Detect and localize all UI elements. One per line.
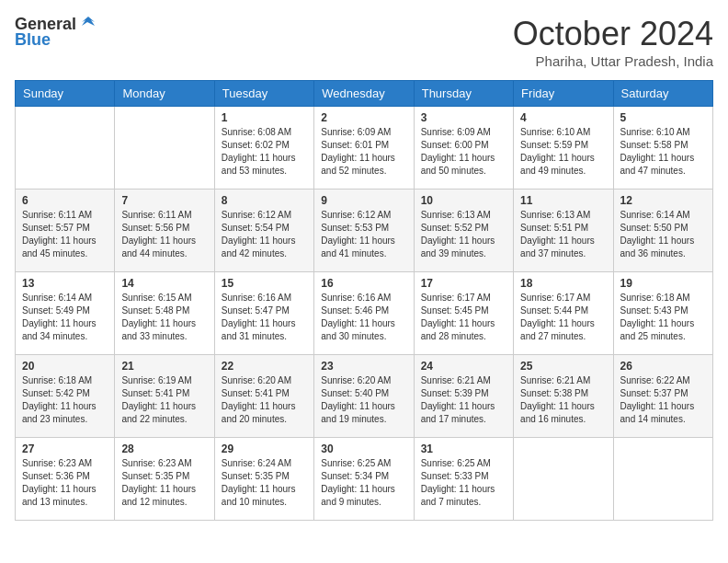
day-info: Sunrise: 6:14 AMSunset: 5:50 PMDaylight:… — [620, 209, 706, 260]
day-number: 14 — [121, 277, 207, 290]
calendar-cell: 5 Sunrise: 6:10 AMSunset: 5:58 PMDayligh… — [613, 107, 712, 190]
day-number: 24 — [421, 360, 506, 373]
day-number: 26 — [620, 360, 706, 373]
day-number: 25 — [520, 360, 606, 373]
day-info: Sunrise: 6:08 AMSunset: 6:02 PMDaylight:… — [222, 126, 307, 178]
day-info: Sunrise: 6:21 AMSunset: 5:39 PMDaylight:… — [421, 374, 506, 426]
day-info: Sunrise: 6:18 AMSunset: 5:42 PMDaylight:… — [22, 374, 108, 426]
calendar-cell: 29 Sunrise: 6:24 AMSunset: 5:35 PMDaylig… — [214, 438, 313, 521]
day-number: 23 — [321, 360, 406, 373]
calendar-header-monday: Monday — [115, 81, 214, 107]
calendar-cell: 4 Sunrise: 6:10 AMSunset: 5:59 PMDayligh… — [514, 107, 613, 190]
month-title: October 2024 — [513, 15, 713, 53]
day-number: 18 — [520, 277, 606, 290]
calendar-cell: 2 Sunrise: 6:09 AMSunset: 6:01 PMDayligh… — [314, 107, 414, 190]
page-header: General Blue October 2024 Phariha, Uttar… — [15, 15, 713, 69]
day-info: Sunrise: 6:15 AMSunset: 5:48 PMDaylight:… — [121, 292, 207, 343]
day-info: Sunrise: 6:10 AMSunset: 5:58 PMDaylight:… — [620, 126, 706, 178]
calendar-cell: 11 Sunrise: 6:13 AMSunset: 5:51 PMDaylig… — [514, 190, 613, 272]
day-number: 19 — [620, 277, 706, 290]
day-number: 28 — [121, 442, 207, 455]
day-info: Sunrise: 6:14 AMSunset: 5:49 PMDaylight:… — [22, 292, 108, 343]
day-info: Sunrise: 6:11 AMSunset: 5:57 PMDaylight:… — [22, 209, 108, 260]
day-info: Sunrise: 6:24 AMSunset: 5:35 PMDaylight:… — [222, 457, 307, 509]
day-info: Sunrise: 6:21 AMSunset: 5:38 PMDaylight:… — [520, 374, 606, 426]
calendar-cell: 24 Sunrise: 6:21 AMSunset: 5:39 PMDaylig… — [414, 355, 513, 438]
day-info: Sunrise: 6:10 AMSunset: 5:59 PMDaylight:… — [520, 126, 606, 178]
calendar-cell: 27 Sunrise: 6:23 AMSunset: 5:36 PMDaylig… — [16, 438, 115, 521]
calendar-cell: 3 Sunrise: 6:09 AMSunset: 6:00 PMDayligh… — [414, 107, 513, 190]
calendar-cell: 30 Sunrise: 6:25 AMSunset: 5:34 PMDaylig… — [314, 438, 414, 521]
calendar-cell — [16, 107, 115, 190]
day-number: 17 — [421, 277, 506, 290]
location: Phariha, Uttar Pradesh, India — [513, 53, 713, 69]
calendar-cell: 8 Sunrise: 6:12 AMSunset: 5:54 PMDayligh… — [214, 190, 313, 272]
calendar-cell: 18 Sunrise: 6:17 AMSunset: 5:44 PMDaylig… — [514, 272, 613, 355]
day-number: 13 — [22, 277, 108, 290]
calendar-week-row: 13 Sunrise: 6:14 AMSunset: 5:49 PMDaylig… — [16, 272, 713, 355]
day-info: Sunrise: 6:09 AMSunset: 6:00 PMDaylight:… — [421, 126, 506, 178]
calendar-cell: 1 Sunrise: 6:08 AMSunset: 6:02 PMDayligh… — [214, 107, 313, 190]
calendar-header-wednesday: Wednesday — [314, 81, 414, 107]
day-info: Sunrise: 6:11 AMSunset: 5:56 PMDaylight:… — [121, 209, 207, 260]
calendar-week-row: 6 Sunrise: 6:11 AMSunset: 5:57 PMDayligh… — [16, 190, 713, 272]
day-info: Sunrise: 6:13 AMSunset: 5:52 PMDaylight:… — [421, 209, 506, 260]
calendar-cell — [115, 107, 214, 190]
calendar-cell: 13 Sunrise: 6:14 AMSunset: 5:49 PMDaylig… — [16, 272, 115, 355]
calendar-cell: 10 Sunrise: 6:13 AMSunset: 5:52 PMDaylig… — [414, 190, 513, 272]
calendar-cell: 23 Sunrise: 6:20 AMSunset: 5:40 PMDaylig… — [314, 355, 414, 438]
calendar-week-row: 20 Sunrise: 6:18 AMSunset: 5:42 PMDaylig… — [16, 355, 713, 438]
calendar-week-row: 27 Sunrise: 6:23 AMSunset: 5:36 PMDaylig… — [16, 438, 713, 521]
calendar-cell: 6 Sunrise: 6:11 AMSunset: 5:57 PMDayligh… — [16, 190, 115, 272]
day-number: 30 — [321, 442, 406, 455]
day-info: Sunrise: 6:17 AMSunset: 5:45 PMDaylight:… — [421, 292, 506, 343]
day-number: 2 — [321, 111, 406, 124]
day-number: 3 — [421, 111, 506, 124]
day-info: Sunrise: 6:25 AMSunset: 5:34 PMDaylight:… — [321, 457, 406, 509]
day-info: Sunrise: 6:22 AMSunset: 5:37 PMDaylight:… — [620, 374, 706, 426]
svg-marker-0 — [82, 17, 95, 26]
day-number: 22 — [222, 360, 307, 373]
day-number: 1 — [222, 111, 307, 124]
calendar-cell: 21 Sunrise: 6:19 AMSunset: 5:41 PMDaylig… — [115, 355, 214, 438]
day-info: Sunrise: 6:09 AMSunset: 6:01 PMDaylight:… — [321, 126, 406, 178]
day-number: 31 — [421, 442, 506, 455]
day-info: Sunrise: 6:13 AMSunset: 5:51 PMDaylight:… — [520, 209, 606, 260]
day-number: 10 — [421, 194, 506, 207]
day-number: 9 — [321, 194, 406, 207]
day-info: Sunrise: 6:20 AMSunset: 5:41 PMDaylight:… — [222, 374, 307, 426]
calendar-cell: 15 Sunrise: 6:16 AMSunset: 5:47 PMDaylig… — [214, 272, 313, 355]
day-number: 12 — [620, 194, 706, 207]
day-info: Sunrise: 6:17 AMSunset: 5:44 PMDaylight:… — [520, 292, 606, 343]
calendar-cell: 17 Sunrise: 6:17 AMSunset: 5:45 PMDaylig… — [414, 272, 513, 355]
day-number: 20 — [22, 360, 108, 373]
day-info: Sunrise: 6:20 AMSunset: 5:40 PMDaylight:… — [321, 374, 406, 426]
day-number: 21 — [121, 360, 207, 373]
calendar-cell: 26 Sunrise: 6:22 AMSunset: 5:37 PMDaylig… — [613, 355, 712, 438]
calendar-cell: 31 Sunrise: 6:25 AMSunset: 5:33 PMDaylig… — [414, 438, 513, 521]
calendar-cell: 28 Sunrise: 6:23 AMSunset: 5:35 PMDaylig… — [115, 438, 214, 521]
day-info: Sunrise: 6:12 AMSunset: 5:53 PMDaylight:… — [321, 209, 406, 260]
day-number: 5 — [620, 111, 706, 124]
calendar-header-row: SundayMondayTuesdayWednesdayThursdayFrid… — [16, 81, 713, 107]
day-number: 8 — [222, 194, 307, 207]
calendar-cell: 12 Sunrise: 6:14 AMSunset: 5:50 PMDaylig… — [613, 190, 712, 272]
calendar-header-saturday: Saturday — [613, 81, 712, 107]
calendar-cell — [613, 438, 712, 521]
calendar-cell: 7 Sunrise: 6:11 AMSunset: 5:56 PMDayligh… — [115, 190, 214, 272]
calendar-cell: 19 Sunrise: 6:18 AMSunset: 5:43 PMDaylig… — [613, 272, 712, 355]
day-number: 16 — [321, 277, 406, 290]
day-number: 4 — [520, 111, 606, 124]
day-info: Sunrise: 6:23 AMSunset: 5:35 PMDaylight:… — [121, 457, 207, 509]
day-number: 7 — [121, 194, 207, 207]
day-number: 15 — [222, 277, 307, 290]
day-info: Sunrise: 6:18 AMSunset: 5:43 PMDaylight:… — [620, 292, 706, 343]
calendar-cell: 16 Sunrise: 6:16 AMSunset: 5:46 PMDaylig… — [314, 272, 414, 355]
calendar-cell — [514, 438, 613, 521]
title-section: October 2024 Phariha, Uttar Pradesh, Ind… — [513, 15, 713, 69]
calendar-header-thursday: Thursday — [414, 81, 513, 107]
day-number: 6 — [22, 194, 108, 207]
day-info: Sunrise: 6:19 AMSunset: 5:41 PMDaylight:… — [121, 374, 207, 426]
day-info: Sunrise: 6:16 AMSunset: 5:47 PMDaylight:… — [222, 292, 307, 343]
calendar-cell: 9 Sunrise: 6:12 AMSunset: 5:53 PMDayligh… — [314, 190, 414, 272]
